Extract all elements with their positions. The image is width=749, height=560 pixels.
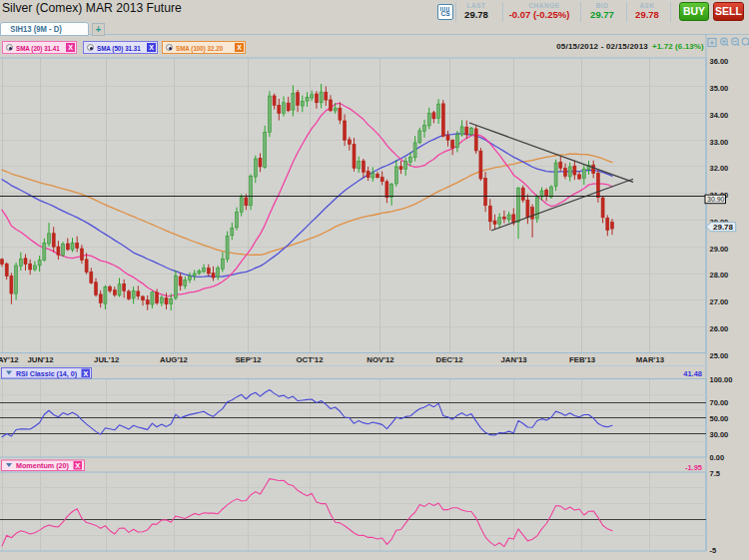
svg-text:SEP'12: SEP'12 bbox=[235, 355, 262, 364]
svg-text:X: X bbox=[75, 461, 80, 470]
svg-text:FEB'13: FEB'13 bbox=[569, 355, 596, 364]
svg-text:DEC'12: DEC'12 bbox=[436, 355, 464, 364]
svg-text:26.00: 26.00 bbox=[710, 324, 729, 333]
svg-text:27.00: 27.00 bbox=[710, 297, 729, 306]
svg-text:05/15/2012 - 02/15/2013: 05/15/2012 - 02/15/2013 bbox=[556, 42, 648, 51]
svg-text:MAR'13: MAR'13 bbox=[636, 355, 665, 364]
svg-text:41.48: 41.48 bbox=[683, 369, 702, 378]
svg-text:-5: -5 bbox=[710, 546, 717, 555]
svg-text:-1.95: -1.95 bbox=[685, 463, 702, 472]
svg-text:28.00: 28.00 bbox=[710, 271, 729, 280]
svg-text:0.00: 0.00 bbox=[710, 453, 725, 462]
svg-text:30.90: 30.90 bbox=[707, 196, 725, 203]
svg-text:NOV'12: NOV'12 bbox=[367, 355, 394, 364]
svg-text:29.78: 29.78 bbox=[713, 223, 734, 232]
svg-text:70.00: 70.00 bbox=[710, 398, 729, 407]
svg-text:X: X bbox=[83, 369, 88, 378]
svg-text:JUL'12: JUL'12 bbox=[94, 355, 120, 364]
svg-text:JAN'13: JAN'13 bbox=[501, 355, 528, 364]
svg-text:RSI Classic (14, 0): RSI Classic (14, 0) bbox=[16, 369, 77, 378]
svg-text:32.00: 32.00 bbox=[710, 164, 729, 173]
svg-text:25.00: 25.00 bbox=[710, 351, 729, 360]
svg-text:30.00: 30.00 bbox=[710, 430, 729, 439]
svg-text:Momentum (20): Momentum (20) bbox=[16, 461, 69, 470]
svg-text:36.00: 36.00 bbox=[710, 57, 729, 66]
svg-text:100.00: 100.00 bbox=[710, 375, 733, 384]
svg-text:34.00: 34.00 bbox=[710, 111, 729, 120]
svg-text:7.5: 7.5 bbox=[710, 469, 720, 478]
svg-text:MAY'12: MAY'12 bbox=[0, 355, 19, 364]
svg-text:50.00: 50.00 bbox=[710, 414, 729, 423]
svg-text:OCT'12: OCT'12 bbox=[297, 355, 325, 364]
svg-text:JUN'12: JUN'12 bbox=[27, 355, 54, 364]
svg-text:33.00: 33.00 bbox=[710, 138, 729, 147]
svg-text:+1.72 (6.13%): +1.72 (6.13%) bbox=[652, 42, 704, 51]
svg-text:35.00: 35.00 bbox=[710, 84, 729, 93]
svg-text:AUG'12: AUG'12 bbox=[160, 355, 189, 364]
svg-text:29.00: 29.00 bbox=[710, 245, 729, 254]
